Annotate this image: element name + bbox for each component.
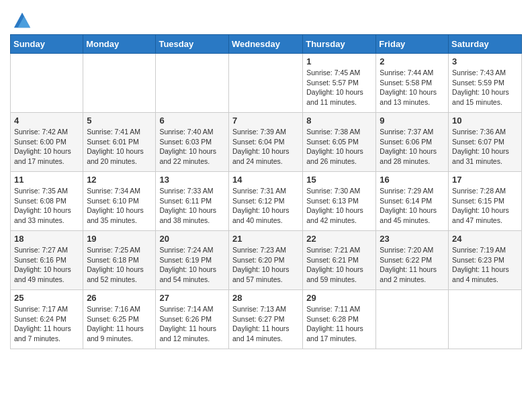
- calendar-cell: 4Sunrise: 7:42 AM Sunset: 6:00 PM Daylig…: [11, 113, 83, 172]
- calendar-week-row: 18Sunrise: 7:27 AM Sunset: 6:16 PM Dayli…: [11, 231, 522, 290]
- day-info: Sunrise: 7:45 AM Sunset: 5:57 PM Dayligh…: [306, 68, 372, 107]
- calendar-cell: 25Sunrise: 7:17 AM Sunset: 6:24 PM Dayli…: [11, 290, 83, 349]
- day-number: 28: [232, 293, 299, 303]
- calendar-cell: 27Sunrise: 7:14 AM Sunset: 6:26 PM Dayli…: [156, 290, 229, 349]
- calendar-cell: 2Sunrise: 7:44 AM Sunset: 5:58 PM Daylig…: [376, 54, 449, 113]
- column-header-wednesday: Wednesday: [228, 35, 302, 54]
- day-info: Sunrise: 7:42 AM Sunset: 6:00 PM Dayligh…: [14, 127, 79, 167]
- day-info: Sunrise: 7:11 AM Sunset: 6:28 PM Dayligh…: [306, 304, 372, 344]
- calendar-cell: 21Sunrise: 7:23 AM Sunset: 6:20 PM Dayli…: [228, 231, 302, 290]
- calendar-cell: 24Sunrise: 7:19 AM Sunset: 6:23 PM Dayli…: [449, 231, 522, 290]
- day-info: Sunrise: 7:41 AM Sunset: 6:01 PM Dayligh…: [87, 127, 152, 167]
- calendar-week-row: 25Sunrise: 7:17 AM Sunset: 6:24 PM Dayli…: [11, 290, 522, 349]
- day-number: 10: [452, 116, 518, 126]
- day-info: Sunrise: 7:30 AM Sunset: 6:13 PM Dayligh…: [306, 186, 372, 226]
- calendar-cell: 14Sunrise: 7:31 AM Sunset: 6:12 PM Dayli…: [228, 172, 302, 231]
- day-number: 4: [14, 116, 79, 126]
- column-header-tuesday: Tuesday: [156, 35, 229, 54]
- day-info: Sunrise: 7:20 AM Sunset: 6:22 PM Dayligh…: [380, 245, 445, 285]
- calendar-cell: [83, 54, 156, 113]
- calendar-cell: 18Sunrise: 7:27 AM Sunset: 6:16 PM Dayli…: [11, 231, 83, 290]
- calendar-cell: 19Sunrise: 7:25 AM Sunset: 6:18 PM Dayli…: [83, 231, 156, 290]
- calendar-cell: 28Sunrise: 7:13 AM Sunset: 6:27 PM Dayli…: [228, 290, 302, 349]
- day-number: 16: [380, 175, 445, 185]
- calendar-cell: 9Sunrise: 7:37 AM Sunset: 6:06 PM Daylig…: [376, 113, 449, 172]
- day-info: Sunrise: 7:27 AM Sunset: 6:16 PM Dayligh…: [14, 245, 79, 285]
- column-header-monday: Monday: [83, 35, 156, 54]
- column-header-thursday: Thursday: [303, 35, 376, 54]
- calendar-page: SundayMondayTuesdayWednesdayThursdayFrid…: [0, 0, 532, 359]
- day-info: Sunrise: 7:39 AM Sunset: 6:04 PM Dayligh…: [232, 127, 299, 167]
- day-info: Sunrise: 7:17 AM Sunset: 6:24 PM Dayligh…: [14, 304, 79, 344]
- calendar-cell: [156, 54, 229, 113]
- day-number: 15: [306, 175, 372, 185]
- calendar-cell: 17Sunrise: 7:28 AM Sunset: 6:15 PM Dayli…: [449, 172, 522, 231]
- day-info: Sunrise: 7:33 AM Sunset: 6:11 PM Dayligh…: [159, 186, 225, 226]
- day-number: 6: [159, 116, 225, 126]
- day-number: 12: [87, 175, 152, 185]
- day-number: 21: [232, 234, 299, 244]
- day-info: Sunrise: 7:36 AM Sunset: 6:07 PM Dayligh…: [452, 127, 518, 167]
- calendar-cell: 16Sunrise: 7:29 AM Sunset: 6:14 PM Dayli…: [376, 172, 449, 231]
- day-info: Sunrise: 7:37 AM Sunset: 6:06 PM Dayligh…: [380, 127, 445, 167]
- day-info: Sunrise: 7:29 AM Sunset: 6:14 PM Dayligh…: [380, 186, 445, 226]
- day-info: Sunrise: 7:38 AM Sunset: 6:05 PM Dayligh…: [306, 127, 372, 167]
- calendar-cell: 20Sunrise: 7:24 AM Sunset: 6:19 PM Dayli…: [156, 231, 229, 290]
- day-info: Sunrise: 7:40 AM Sunset: 6:03 PM Dayligh…: [159, 127, 225, 167]
- calendar-cell: 10Sunrise: 7:36 AM Sunset: 6:07 PM Dayli…: [449, 113, 522, 172]
- day-info: Sunrise: 7:25 AM Sunset: 6:18 PM Dayligh…: [87, 245, 152, 285]
- calendar-header-row: SundayMondayTuesdayWednesdayThursdayFrid…: [11, 35, 522, 54]
- day-number: 7: [232, 116, 299, 126]
- calendar-week-row: 11Sunrise: 7:35 AM Sunset: 6:08 PM Dayli…: [11, 172, 522, 231]
- calendar-week-row: 1Sunrise: 7:45 AM Sunset: 5:57 PM Daylig…: [11, 54, 522, 113]
- calendar-cell: 23Sunrise: 7:20 AM Sunset: 6:22 PM Dayli…: [376, 231, 449, 290]
- day-number: 24: [452, 234, 518, 244]
- day-info: Sunrise: 7:21 AM Sunset: 6:21 PM Dayligh…: [306, 245, 372, 285]
- calendar-cell: 26Sunrise: 7:16 AM Sunset: 6:25 PM Dayli…: [83, 290, 156, 349]
- day-number: 8: [306, 116, 372, 126]
- day-info: Sunrise: 7:35 AM Sunset: 6:08 PM Dayligh…: [14, 186, 79, 226]
- day-number: 1: [306, 56, 372, 66]
- day-info: Sunrise: 7:28 AM Sunset: 6:15 PM Dayligh…: [452, 186, 518, 226]
- calendar-cell: 22Sunrise: 7:21 AM Sunset: 6:21 PM Dayli…: [303, 231, 376, 290]
- calendar-week-row: 4Sunrise: 7:42 AM Sunset: 6:00 PM Daylig…: [11, 113, 522, 172]
- calendar-cell: [11, 54, 83, 113]
- header: [10, 7, 522, 29]
- day-number: 20: [159, 234, 225, 244]
- logo: [10, 10, 32, 29]
- day-number: 3: [452, 56, 518, 66]
- day-info: Sunrise: 7:43 AM Sunset: 5:59 PM Dayligh…: [452, 68, 518, 107]
- day-number: 23: [380, 234, 445, 244]
- logo-icon: [13, 10, 32, 29]
- day-number: 14: [232, 175, 299, 185]
- calendar-cell: 1Sunrise: 7:45 AM Sunset: 5:57 PM Daylig…: [303, 54, 376, 113]
- calendar-cell: 3Sunrise: 7:43 AM Sunset: 5:59 PM Daylig…: [449, 54, 522, 113]
- day-info: Sunrise: 7:13 AM Sunset: 6:27 PM Dayligh…: [232, 304, 299, 344]
- day-info: Sunrise: 7:24 AM Sunset: 6:19 PM Dayligh…: [159, 245, 225, 285]
- day-info: Sunrise: 7:23 AM Sunset: 6:20 PM Dayligh…: [232, 245, 299, 285]
- day-number: 17: [452, 175, 518, 185]
- calendar-cell: 13Sunrise: 7:33 AM Sunset: 6:11 PM Dayli…: [156, 172, 229, 231]
- day-info: Sunrise: 7:31 AM Sunset: 6:12 PM Dayligh…: [232, 186, 299, 226]
- day-number: 9: [380, 116, 445, 126]
- day-number: 22: [306, 234, 372, 244]
- day-info: Sunrise: 7:16 AM Sunset: 6:25 PM Dayligh…: [87, 304, 152, 344]
- day-number: 11: [14, 175, 79, 185]
- day-number: 5: [87, 116, 152, 126]
- column-header-saturday: Saturday: [449, 35, 522, 54]
- day-number: 27: [159, 293, 225, 303]
- calendar-cell: [376, 290, 449, 349]
- calendar-cell: [449, 290, 522, 349]
- day-info: Sunrise: 7:19 AM Sunset: 6:23 PM Dayligh…: [452, 245, 518, 285]
- calendar-cell: 12Sunrise: 7:34 AM Sunset: 6:10 PM Dayli…: [83, 172, 156, 231]
- calendar-table: SundayMondayTuesdayWednesdayThursdayFrid…: [10, 34, 522, 349]
- day-info: Sunrise: 7:14 AM Sunset: 6:26 PM Dayligh…: [159, 304, 225, 344]
- day-info: Sunrise: 7:44 AM Sunset: 5:58 PM Dayligh…: [380, 68, 445, 107]
- day-number: 26: [87, 293, 152, 303]
- calendar-cell: 11Sunrise: 7:35 AM Sunset: 6:08 PM Dayli…: [11, 172, 83, 231]
- day-number: 13: [159, 175, 225, 185]
- column-header-sunday: Sunday: [11, 35, 83, 54]
- calendar-cell: 15Sunrise: 7:30 AM Sunset: 6:13 PM Dayli…: [303, 172, 376, 231]
- day-number: 25: [14, 293, 79, 303]
- day-info: Sunrise: 7:34 AM Sunset: 6:10 PM Dayligh…: [87, 186, 152, 226]
